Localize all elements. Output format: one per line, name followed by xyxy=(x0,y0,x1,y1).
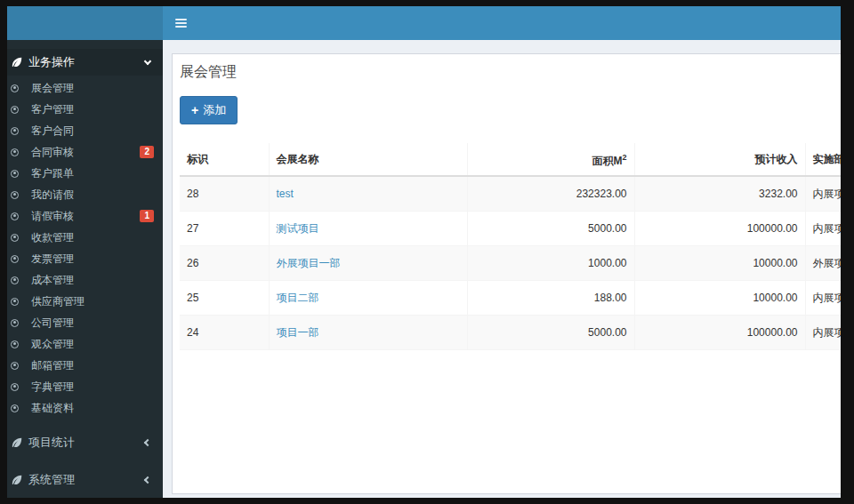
sidebar-item-my-leave[interactable]: 我的请假 xyxy=(7,184,163,205)
cell-dept: 内展项目 xyxy=(805,176,841,212)
cell-id: 27 xyxy=(180,212,269,246)
exhibition-link[interactable]: 测试项目 xyxy=(277,222,319,235)
cell-dept: 内展项目 xyxy=(805,212,841,246)
sidebar-item-leave-review[interactable]: 请假审核 1 xyxy=(7,205,163,227)
circle-o-icon xyxy=(11,212,19,220)
chevron-down-icon xyxy=(144,57,151,64)
plus-icon: + xyxy=(191,104,198,116)
cell-id: 25 xyxy=(180,281,269,316)
sidebar-item-exhibition-mgmt[interactable]: 展会管理 xyxy=(7,77,163,99)
cell-area: 232323.00 xyxy=(467,176,634,212)
sidebar-section-label: 业务操作 xyxy=(28,54,75,70)
leaf-icon xyxy=(12,475,22,485)
cell-id: 24 xyxy=(180,316,269,350)
sidebar-section-label: 项目统计 xyxy=(28,435,75,451)
table-row: 28 test 232323.00 3232.00 内展项目 xyxy=(180,176,841,212)
sidebar-section-business-ops[interactable]: 业务操作 xyxy=(7,49,163,76)
col-header-id: 标识 xyxy=(180,143,269,176)
sidebar-item-company-mgmt[interactable]: 公司管理 xyxy=(7,312,163,333)
circle-o-icon xyxy=(11,255,19,263)
circle-o-icon xyxy=(11,340,19,348)
cell-area: 1000.00 xyxy=(467,246,634,281)
circle-o-icon xyxy=(11,319,19,327)
table-row: 24 项目一部 5000.00 100000.00 内展项目 xyxy=(180,316,841,350)
col-header-name: 会展名称 xyxy=(269,143,467,176)
col-header-area: 面积M2 xyxy=(467,143,634,176)
chevron-left-icon xyxy=(144,439,151,446)
cell-dept: 内展项目 xyxy=(805,281,841,316)
leaf-icon xyxy=(12,437,22,448)
hamburger-icon xyxy=(175,19,187,28)
app-window: 业务操作 展会管理 客户管理 客户合同 合同审核 2 xyxy=(7,6,841,498)
sidebar-nav: 业务操作 展会管理 客户管理 客户合同 合同审核 2 xyxy=(7,40,163,498)
circle-o-icon xyxy=(11,84,19,92)
chevron-left-icon xyxy=(144,476,151,484)
sidebar-item-dictionary-mgmt[interactable]: 字典管理 xyxy=(7,376,163,397)
exhibition-link[interactable]: test xyxy=(277,188,294,200)
cell-area: 5000.00 xyxy=(467,316,634,350)
table-row: 25 项目二部 188.00 10000.00 内展项目 xyxy=(180,281,841,316)
cell-income: 3232.00 xyxy=(634,176,805,212)
top-navbar xyxy=(7,6,841,40)
col-header-dept: 实施部门 xyxy=(805,143,841,176)
leaf-icon xyxy=(12,57,22,68)
exhibition-link[interactable]: 项目二部 xyxy=(277,292,319,304)
notification-badge: 2 xyxy=(140,146,154,158)
table-row: 27 测试项目 5000.00 100000.00 内展项目 xyxy=(180,212,841,246)
sidebar-item-customer-contract[interactable]: 客户合同 xyxy=(7,120,163,141)
circle-o-icon xyxy=(11,106,19,114)
cell-income: 100000.00 xyxy=(634,212,805,246)
circle-o-icon xyxy=(11,148,19,156)
exhibition-link[interactable]: 项目一部 xyxy=(277,326,319,339)
sidebar-section-label: 系统管理 xyxy=(28,472,75,488)
circle-o-icon xyxy=(11,234,19,242)
exhibition-box: 展会管理 + 添加 标识 会展名称 面积M2 预计收入 实施部门 xyxy=(172,53,841,494)
sidebar-item-payment-mgmt[interactable]: 收款管理 xyxy=(7,227,163,248)
cell-income: 10000.00 xyxy=(634,246,805,281)
page-title: 展会管理 xyxy=(180,63,841,82)
cell-area: 188.00 xyxy=(467,281,634,316)
sidebar-section-system-mgmt[interactable]: 系统管理 xyxy=(7,467,163,493)
sidebar-item-supplier-mgmt[interactable]: 供应商管理 xyxy=(7,291,163,312)
sidebar-item-basic-data[interactable]: 基础资料 xyxy=(7,397,163,419)
sidebar-item-audience-mgmt[interactable]: 观众管理 xyxy=(7,333,163,355)
sidebar-item-invoice-mgmt[interactable]: 发票管理 xyxy=(7,248,163,269)
exhibition-table: 标识 会展名称 面积M2 预计收入 实施部门 28 test 232323.00… xyxy=(180,143,841,350)
add-button[interactable]: + 添加 xyxy=(180,96,238,124)
sidebar-item-mailbox-mgmt[interactable]: 邮箱管理 xyxy=(7,355,163,376)
circle-o-icon xyxy=(11,276,19,284)
circle-o-icon xyxy=(11,191,19,199)
circle-o-icon xyxy=(11,170,19,178)
table-header-row: 标识 会展名称 面积M2 预计收入 实施部门 xyxy=(180,143,841,176)
cell-id: 28 xyxy=(180,176,269,212)
sidebar-item-contract-review[interactable]: 合同审核 2 xyxy=(7,141,163,163)
circle-o-icon xyxy=(11,383,19,391)
circle-o-icon xyxy=(11,298,19,306)
table-row: 26 外展项目一部 1000.00 10000.00 外展项目 xyxy=(180,246,841,281)
cell-id: 26 xyxy=(180,246,269,281)
cell-income: 10000.00 xyxy=(634,281,805,316)
notification-badge: 1 xyxy=(140,210,154,222)
sidebar-item-cost-mgmt[interactable]: 成本管理 xyxy=(7,269,163,291)
sidebar-toggle-button[interactable] xyxy=(163,6,198,40)
sidebar-item-customer-followup[interactable]: 客户跟单 xyxy=(7,163,163,184)
circle-o-icon xyxy=(11,362,19,370)
app-logo[interactable] xyxy=(7,6,163,40)
sidebar-item-customer-mgmt[interactable]: 客户管理 xyxy=(7,99,163,120)
content-area: 展会管理 + 添加 标识 会展名称 面积M2 预计收入 实施部门 xyxy=(163,40,841,498)
cell-dept: 内展项目 xyxy=(805,316,841,350)
cell-area: 5000.00 xyxy=(467,212,634,246)
cell-income: 100000.00 xyxy=(634,316,805,350)
col-header-income: 预计收入 xyxy=(634,143,805,176)
cell-dept: 外展项目 xyxy=(805,246,841,281)
sidebar-section-project-stats[interactable]: 项目统计 xyxy=(7,429,163,456)
exhibition-link[interactable]: 外展项目一部 xyxy=(277,257,341,269)
circle-o-icon xyxy=(11,404,19,412)
circle-o-icon xyxy=(11,127,19,135)
sidebar-menu: 展会管理 客户管理 客户合同 合同审核 2 客户跟单 我的请假 xyxy=(7,77,163,419)
